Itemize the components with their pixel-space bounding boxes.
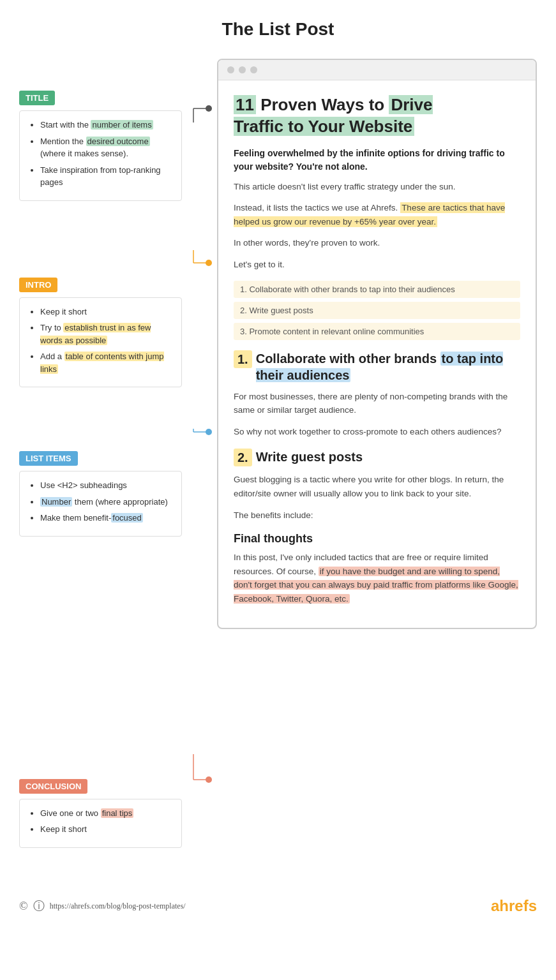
- conclusion-tip-box: Give one or two final tips Keep it short: [19, 799, 182, 848]
- toc-list: 1. Collaborate with other brands to tap …: [234, 281, 520, 340]
- section2-heading: 2. Write guest posts: [234, 449, 520, 466]
- label-list-items: LIST ITEMS: [19, 451, 78, 466]
- page-wrapper: The List Post TITLE Start with the numbe…: [0, 0, 556, 921]
- browser-dot-3: [250, 66, 257, 73]
- section2-para2: The benefits include:: [234, 509, 520, 523]
- list-tip-box: Use <H2> subheadings Number them (where …: [19, 471, 182, 537]
- list-tip-2: Number them (where appropriate): [40, 496, 172, 509]
- label-conclusion: CONCLUSION: [19, 779, 87, 794]
- annotation-intro: INTRO Keep it short Try to establish tru…: [19, 278, 182, 388]
- section1-num: 1.: [234, 350, 252, 368]
- annotation-conclusion: CONCLUSION Give one or two final tips Ke…: [19, 779, 182, 848]
- browser-dot-2: [239, 66, 246, 73]
- focused-highlight: focused: [111, 513, 143, 523]
- article-content: 11 Proven Ways to DriveTraffic to Your W…: [218, 80, 536, 628]
- para2-pre: Instead, it lists the tactics we use at …: [234, 203, 400, 212]
- list-tip-3: Make them benefit-focused: [40, 512, 172, 524]
- conclusion-tip-2: Keep it short: [40, 823, 172, 836]
- section1-title: Collaborate with other brands to tap int…: [256, 350, 520, 383]
- establish-trust-highlight: establish trust in as few words as possi…: [40, 323, 151, 345]
- final-heading: Final thoughts: [234, 532, 520, 546]
- connector-area: [182, 52, 217, 882]
- intro-tips-list: Keep it short Try to establish trust in …: [29, 306, 172, 376]
- final-tips-highlight: final tips: [101, 808, 134, 818]
- desired-outcome-highlight: desired outcome: [86, 137, 150, 146]
- connector-lines-svg: [182, 52, 217, 882]
- toc-item-1[interactable]: 1. Collaborate with other brands to tap …: [234, 281, 520, 298]
- conclusion-tips-list: Give one or two final tips Keep it short: [29, 807, 172, 836]
- info-icon: ⓘ: [33, 898, 45, 914]
- section1-heading: 1. Collaborate with other brands to tap …: [234, 350, 520, 383]
- footer-left: © ⓘ https://ahrefs.com/blog/blog-post-te…: [19, 898, 186, 914]
- browser-panel: 11 Proven Ways to DriveTraffic to Your W…: [217, 59, 537, 629]
- list-tip-1: Use <H2> subheadings: [40, 479, 172, 492]
- main-layout: TITLE Start with the number of items Men…: [0, 52, 556, 882]
- footer-url[interactable]: https://ahrefs.com/blog/blog-post-templa…: [50, 902, 186, 911]
- footer: © ⓘ https://ahrefs.com/blog/blog-post-te…: [0, 888, 556, 921]
- intro-tip-3: Add a table of contents with jump links: [40, 350, 172, 375]
- number-of-items-highlight: number of items: [91, 120, 153, 130]
- title-tip-2: Mention the desired outcome (where it ma…: [40, 135, 172, 160]
- cc-icon: ©: [19, 900, 28, 913]
- toc-item-2[interactable]: 2. Write guest posts: [234, 302, 520, 319]
- title-tip-1: Start with the number of items: [40, 119, 172, 131]
- intro-tip-2: Try to establish trust in as few words a…: [40, 322, 172, 346]
- columns: TITLE Start with the number of items Men…: [19, 52, 537, 882]
- label-intro: INTRO: [19, 278, 57, 292]
- article-para3: In other words, they're proven to work.: [234, 236, 520, 250]
- list-tips-list: Use <H2> subheadings Number them (where …: [29, 479, 172, 524]
- title-rest: Proven Ways to: [260, 95, 389, 114]
- title-tips-list: Start with the number of items Mention t…: [29, 119, 172, 189]
- conclusion-tip-1: Give one or two final tips: [40, 807, 172, 820]
- article-title: 11 Proven Ways to DriveTraffic to Your W…: [234, 94, 520, 138]
- article-para4: Let's get to it.: [234, 258, 520, 272]
- section1-title-hl: to tap into their audiences: [256, 352, 504, 382]
- footer-brand: ahrefs: [491, 897, 537, 915]
- section2-title: Write guest posts: [256, 449, 363, 465]
- browser-bar: [218, 60, 536, 80]
- section1-para1: For most businesses, there are plenty of…: [234, 390, 520, 417]
- article-para2: Instead, it lists the tactics we use at …: [234, 201, 520, 228]
- title-number: 11: [234, 95, 256, 114]
- browser-dot-1: [227, 66, 234, 73]
- right-column: 11 Proven Ways to DriveTraffic to Your W…: [217, 52, 537, 629]
- article-para1: This article doesn't list every traffic …: [234, 180, 520, 194]
- title-tip-box: Start with the number of items Mention t…: [19, 110, 182, 201]
- page-title: The List Post: [0, 0, 556, 52]
- article-intro-bold: Feeling overwhelmed by the infinite opti…: [234, 147, 520, 174]
- intro-tip-1: Keep it short: [40, 306, 172, 318]
- final-para: In this post, I've only included tactics…: [234, 551, 520, 605]
- label-title: TITLE: [19, 91, 55, 105]
- annotation-title: TITLE Start with the number of items Men…: [19, 91, 182, 201]
- toc-item-3[interactable]: 3. Promote content in relevant online co…: [234, 323, 520, 340]
- annotation-list-items: LIST ITEMS Use <H2> subheadings Number t…: [19, 451, 182, 537]
- title-tip-3: Take inspiration from top-ranking pages: [40, 164, 172, 189]
- table-of-contents-highlight: table of contents with jump links: [40, 352, 164, 374]
- number-highlight: Number: [40, 497, 72, 507]
- section2-num: 2.: [234, 449, 252, 466]
- left-column: TITLE Start with the number of items Men…: [19, 52, 182, 866]
- intro-tip-box: Keep it short Try to establish trust in …: [19, 297, 182, 388]
- section1-para2: So why not work together to cross-promot…: [234, 425, 520, 439]
- section2-para1: Guest blogging is a tactic where you wri…: [234, 473, 520, 500]
